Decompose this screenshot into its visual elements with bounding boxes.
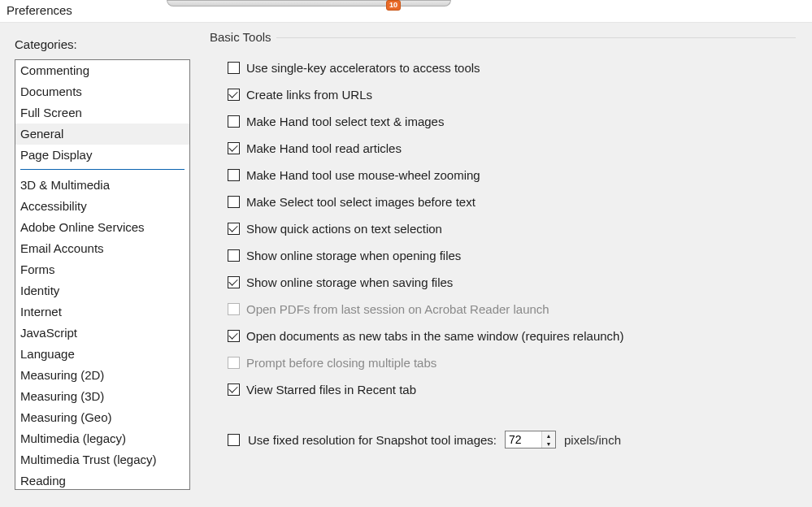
snapshot-resolution-input[interactable] xyxy=(506,431,541,448)
category-item[interactable]: Identity xyxy=(15,280,189,301)
option-row: Make Hand tool read articles xyxy=(228,141,796,155)
option-label: Show online storage when opening files xyxy=(246,249,461,262)
option-label: Open documents as new tabs in the same w… xyxy=(246,329,623,343)
snapshot-resolution-input-wrap: ▲ ▼ xyxy=(505,431,556,448)
category-item[interactable]: Adobe Online Services xyxy=(15,217,189,238)
category-item[interactable]: Documents xyxy=(15,81,189,102)
option-checkbox[interactable] xyxy=(228,223,240,235)
basic-tools-group: Basic Tools Use single-key accelerators … xyxy=(211,37,796,448)
option-checkbox[interactable] xyxy=(228,169,240,181)
option-checkbox[interactable] xyxy=(228,62,240,74)
category-item[interactable]: Full Screen xyxy=(15,102,189,124)
option-label: Make Hand tool use mouse-wheel zooming xyxy=(246,168,480,182)
snapshot-label: Use fixed resolution for Snapshot tool i… xyxy=(248,433,497,447)
option-checkbox[interactable] xyxy=(228,384,240,396)
preferences-dialog: Categories: CommentingDocumentsFull Scre… xyxy=(0,22,812,507)
option-label: Create links from URLs xyxy=(246,88,372,102)
categories-label: Categories: xyxy=(15,37,190,51)
option-label: Make Select tool select images before te… xyxy=(246,195,475,209)
option-label: Show online storage when saving files xyxy=(246,275,453,289)
option-label: Make Hand tool select text & images xyxy=(246,115,444,128)
option-row: Prompt before closing multiple tabs xyxy=(228,356,796,370)
option-label: View Starred files in Recent tab xyxy=(246,383,416,396)
snapshot-resolution-row: Use fixed resolution for Snapshot tool i… xyxy=(228,431,796,448)
option-label: Make Hand tool read articles xyxy=(246,141,402,155)
option-checkbox[interactable] xyxy=(228,276,240,288)
option-checkbox[interactable] xyxy=(228,89,240,101)
category-item[interactable]: JavaScript xyxy=(15,323,189,344)
option-checkbox xyxy=(228,303,240,315)
option-checkbox[interactable] xyxy=(228,115,240,128)
spinner-up[interactable]: ▲ xyxy=(542,431,555,440)
category-item[interactable]: Commenting xyxy=(15,60,189,81)
category-item[interactable]: Reading xyxy=(15,470,189,490)
categories-list[interactable]: CommentingDocumentsFull ScreenGeneralPag… xyxy=(15,59,190,490)
option-checkbox xyxy=(228,357,240,369)
option-row: Use single-key accelerators to access to… xyxy=(228,61,796,75)
category-item[interactable]: General xyxy=(15,124,189,145)
spinner-down[interactable]: ▼ xyxy=(542,440,555,448)
snapshot-checkbox[interactable] xyxy=(228,434,240,446)
group-title: Basic Tools xyxy=(208,30,276,44)
option-row: Open documents as new tabs in the same w… xyxy=(228,329,796,343)
category-item[interactable]: Multimedia Trust (legacy) xyxy=(15,449,189,470)
option-row: Show online storage when saving files xyxy=(228,275,796,289)
snapshot-unit: pixels/inch xyxy=(564,433,621,447)
option-label: Prompt before closing multiple tabs xyxy=(246,356,436,370)
category-separator xyxy=(20,169,185,170)
option-label: Open PDFs from last session on Acrobat R… xyxy=(246,302,549,316)
option-checkbox[interactable] xyxy=(228,196,240,208)
option-label: Use single-key accelerators to access to… xyxy=(246,61,480,75)
option-row: Open PDFs from last session on Acrobat R… xyxy=(228,302,796,316)
category-item[interactable]: Forms xyxy=(15,259,189,280)
option-label: Show quick actions on text selection xyxy=(246,222,442,236)
option-row: View Starred files in Recent tab xyxy=(228,383,796,396)
category-item[interactable]: Multimedia (legacy) xyxy=(15,428,189,449)
category-item[interactable]: Page Display xyxy=(15,145,189,166)
category-item[interactable]: 3D & Multimedia xyxy=(15,175,189,196)
category-item[interactable]: Language xyxy=(15,344,189,365)
option-row: Show quick actions on text selection xyxy=(228,222,796,236)
category-item[interactable]: Measuring (2D) xyxy=(15,365,189,386)
category-item[interactable]: Internet xyxy=(15,301,189,323)
category-item[interactable]: Email Accounts xyxy=(15,238,189,259)
option-row: Make Hand tool use mouse-wheel zooming xyxy=(228,168,796,182)
category-item[interactable]: Measuring (3D) xyxy=(15,386,189,407)
option-row: Create links from URLs xyxy=(228,88,796,102)
option-checkbox[interactable] xyxy=(228,330,240,342)
window-title: Preferences xyxy=(0,0,812,22)
option-row: Make Select tool select images before te… xyxy=(228,195,796,209)
category-item[interactable]: Measuring (Geo) xyxy=(15,407,189,428)
option-row: Make Hand tool select text & images xyxy=(228,115,796,128)
option-row: Show online storage when opening files xyxy=(228,249,796,262)
option-checkbox[interactable] xyxy=(228,249,240,262)
option-checkbox[interactable] xyxy=(228,142,240,154)
category-item[interactable]: Accessibility xyxy=(15,196,189,217)
